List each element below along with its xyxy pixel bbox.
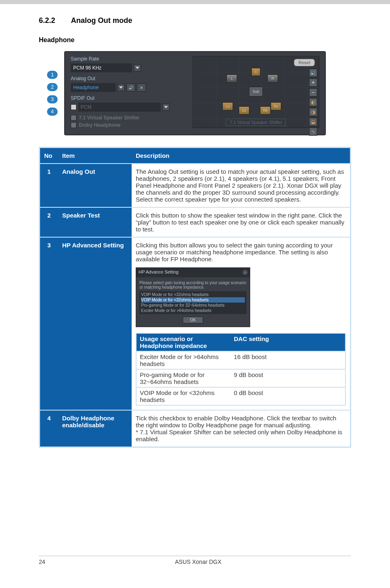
hp-option-2[interactable]: Pro-gaming Mode or for 32~64ohms headset… [141, 303, 245, 308]
row1-desc: The Analog Out setting is used to match … [132, 163, 350, 207]
sample-rate-dropdown[interactable]: PCM 96 KHz [71, 63, 132, 72]
hp-dialog-prompt: Please select gain tuning according to y… [139, 281, 247, 290]
row2-desc: Click this button to show the speaker te… [132, 207, 350, 237]
close-icon[interactable]: ⓧ [243, 269, 247, 276]
row2-item: Speaker Test [58, 207, 132, 237]
page-content: 6.2.2 Analog Out mode Headphone 1 2 3 4 … [0, 4, 390, 448]
row3-no: 3 [40, 237, 58, 410]
vss-caption: 7.1 Virtual Speaker Shifter [226, 119, 286, 126]
sample-rate-label: Sample Rate [71, 56, 189, 62]
settings-icon: ✕ [140, 85, 143, 90]
row4-no: 4 [40, 410, 58, 447]
table-row: 2 Speaker Test Click this button to show… [40, 207, 350, 237]
table-row: 1 Analog Out The Analog Out setting is u… [40, 163, 350, 207]
row1-item: Analog Out [58, 163, 132, 207]
row3-desc-intro: Clicking this button allows you to selec… [136, 242, 346, 263]
gain-r1-a: Pro-gaming Mode or for 32~64ohms headset… [136, 369, 231, 387]
table-row: 3 HP Advanced Setting Clicking this butt… [40, 237, 350, 410]
analog-out-dropdown-arrow[interactable] [117, 84, 125, 91]
callout-2: 2 [47, 83, 58, 91]
speaker-test-button[interactable]: 🔊 [126, 83, 135, 92]
callout-4: 4 [47, 108, 58, 116]
spdif-out-label: SPDIF Out [71, 95, 189, 101]
row2-no: 2 [40, 207, 58, 237]
speaker-ls[interactable]: Ls [222, 102, 233, 110]
gain-row: Pro-gaming Mode or for 32~64ohms headset… [136, 369, 345, 387]
spdif-out-checkbox[interactable] [71, 104, 76, 110]
th-no: No [40, 148, 58, 163]
hp-option-3[interactable]: Exciter Mode or for >64ohms headsets [141, 308, 245, 313]
panel-left: Sample Rate PCM 96 KHz Analog Out Headph… [71, 56, 189, 128]
gain-r1-b: 9 dB boost [231, 369, 345, 387]
page-footer: 24 ASUS Xonar DGX [0, 556, 390, 565]
footer-product: ASUS Xonar DGX [45, 559, 351, 565]
speaker-right[interactable]: R [267, 74, 278, 83]
row4-desc: Tick this checkbox to enable Dolby Headp… [132, 410, 350, 447]
spdif-out-value: PCM [81, 104, 92, 110]
dolby-headphone-label: Dolby Headphone [79, 122, 121, 128]
gain-r2-b: 0 dB boost [231, 387, 345, 405]
hp-dialog-options[interactable]: VOIP Mode or for <32ohms headsets VOIP M… [139, 291, 247, 314]
gain-th-dac: DAC setting [231, 333, 345, 351]
row3-item: HP Advanced Setting [58, 237, 132, 410]
row1-no: 1 [40, 163, 58, 207]
analog-out-label: Analog Out [71, 76, 189, 81]
speaker-icon: 🔊 [128, 85, 133, 90]
figure: 1 2 3 4 Sample Rate PCM 96 KHz Analog Ou… [39, 51, 351, 135]
gain-table: Usage scenario or Headphone impedance DA… [136, 333, 346, 406]
analog-out-value: Headphone [73, 85, 99, 90]
hp-option-0[interactable]: VOIP Mode or for <32ohms headsets [141, 292, 245, 297]
row4-item: Dolby Headphone enable/disable [58, 410, 132, 447]
audio-control-panel: Sample Rate PCM 96 KHz Analog Out Headph… [64, 51, 326, 135]
speaker-sub[interactable]: Sub [249, 87, 263, 97]
gain-row: VOIP Mode or for <32ohms headsets 0 dB b… [136, 387, 345, 405]
gain-r2-a: VOIP Mode or for <32ohms headsets [136, 387, 231, 405]
callout-1: 1 [47, 71, 58, 79]
table-row: 4 Dolby Headphone enable/disable Tick th… [40, 410, 350, 447]
hp-advance-dialog: HP Advance Setting ⓧ Please select gain … [136, 267, 250, 327]
speaker-lb[interactable]: Lb [239, 106, 249, 114]
section-number: 6.2.2 [39, 16, 55, 25]
virtual-speaker-label: 7.1 Virtual Speaker Shifter [79, 115, 140, 121]
hp-dialog-title: HP Advance Setting [139, 269, 179, 276]
th-item: Item [58, 148, 132, 163]
virtual-speaker-checkbox[interactable] [71, 115, 76, 121]
speaker-layout: C L R Sub Ls Rs Lb Rb [197, 62, 315, 123]
page-number: 24 [39, 559, 45, 565]
gain-row: Exciter Mode or for >64ohms headsets 16 … [136, 351, 345, 369]
sample-rate-dropdown-arrow[interactable] [134, 64, 141, 72]
spdif-out-dropdown-arrow[interactable] [162, 103, 170, 111]
speaker-rb[interactable]: Rb [260, 106, 271, 114]
callout-3: 3 [47, 95, 58, 103]
analog-out-dropdown[interactable]: Headphone [71, 83, 116, 92]
gain-r0-b: 16 dB boost [231, 351, 345, 369]
flex-icon[interactable]: ∿ [309, 128, 317, 136]
gain-r0-a: Exciter Mode or for >64ohms headsets [136, 351, 231, 369]
row3-desc-cell: Clicking this button allows you to selec… [132, 237, 350, 410]
callout-stack: 1 2 3 4 [47, 71, 58, 116]
speaker-preview-pane: Reset 🔉 + − ◐ ◑ ◒ ∿ C L R Sub [193, 56, 319, 128]
subheading: Headphone [39, 36, 351, 44]
sample-rate-value: PCM 96 KHz [73, 65, 101, 71]
speaker-center[interactable]: C [251, 68, 260, 76]
hp-option-1[interactable]: VOIP Mode or for <32ohms headsets [141, 297, 245, 303]
hp-advanced-button[interactable]: ✕ [137, 83, 146, 92]
speaker-left[interactable]: L [226, 74, 237, 83]
gain-th-scenario: Usage scenario or Headphone impedance [136, 333, 231, 351]
section-title: Analog Out mode [71, 16, 132, 25]
spdif-out-dropdown[interactable]: PCM [78, 103, 161, 112]
description-table: No Item Description 1 Analog Out The Ana… [39, 147, 351, 448]
section-heading: 6.2.2 Analog Out mode [39, 16, 351, 25]
window-top-bar [0, 0, 390, 4]
speaker-rs[interactable]: Rs [271, 102, 281, 110]
hp-dialog-ok-button[interactable]: OK [183, 316, 203, 323]
th-description: Description [132, 148, 350, 163]
dolby-headphone-checkbox[interactable] [71, 122, 76, 128]
